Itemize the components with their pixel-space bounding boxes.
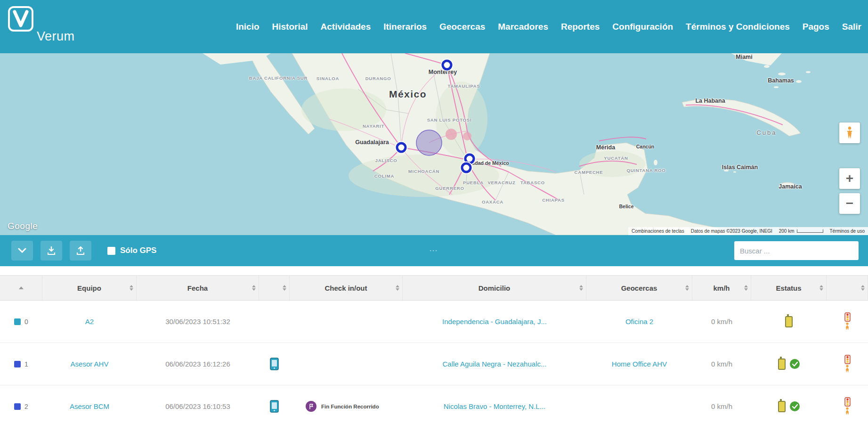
status-icons-cell <box>827 343 868 385</box>
google-logo: Google <box>8 221 38 231</box>
domicilio-link[interactable]: Independencia - Guadalajara, J... <box>442 318 547 326</box>
geocerca-link[interactable]: Oficina 2 <box>625 318 653 326</box>
download-icon <box>47 246 56 255</box>
battery-icon <box>778 401 786 412</box>
equipo-cell: Asesor BCM <box>42 385 137 424</box>
vehicle-marker[interactable] <box>442 60 453 71</box>
top-nav-bar: Verum Inicio Historial Actividades Itine… <box>0 0 868 53</box>
nav-item-itinerarios[interactable]: Itinerarios <box>383 22 427 32</box>
status-icons-cell <box>827 301 868 342</box>
map[interactable]: México Monterrey Guadalajara Ciudad de M… <box>0 53 868 235</box>
keyboard-shortcuts-link[interactable]: Combinaciones de teclas <box>628 227 688 235</box>
battery-icon <box>785 316 793 327</box>
connected-status-icon <box>790 401 800 411</box>
header-estatus[interactable]: Estatus <box>751 276 827 300</box>
pegman-icon <box>846 126 853 139</box>
brand-logo[interactable]: Verum <box>8 5 92 49</box>
sort-icon[interactable] <box>861 285 865 291</box>
equipo-cell: A2 <box>42 301 137 342</box>
nav-item-historial[interactable]: Historial <box>272 22 308 32</box>
header-select-column[interactable] <box>0 276 42 300</box>
kmh-cell: 0 km/h <box>692 301 751 342</box>
nav-item-reportes[interactable]: Reportes <box>561 22 600 32</box>
map-attribution: Combinaciones de teclas Datos de mapas ©… <box>628 227 868 235</box>
nav-item-salir[interactable]: Salir <box>842 22 861 32</box>
fecha-cell: 30/06/2023 10:51:32 <box>137 301 259 342</box>
battery-icon <box>778 359 786 370</box>
main-nav: Inicio Historial Actividades Itinerarios… <box>236 0 861 53</box>
traffic-light-icon <box>844 397 851 407</box>
estatus-cell <box>751 343 827 385</box>
header-fecha[interactable]: Fecha <box>137 276 259 300</box>
header-status-icons-column[interactable] <box>827 276 868 300</box>
header-device-column[interactable] <box>259 276 290 300</box>
tablet-device-icon[interactable] <box>270 400 279 413</box>
solo-gps-toggle[interactable]: Sólo GPS <box>107 246 156 255</box>
row-checkbox[interactable] <box>14 361 21 367</box>
nav-item-geocercas[interactable]: Geocercas <box>439 22 485 32</box>
sort-icon[interactable] <box>579 285 583 291</box>
collapse-button[interactable] <box>11 241 33 261</box>
brand-name: Verum <box>37 29 75 44</box>
nav-item-actividades[interactable]: Actividades <box>321 22 371 32</box>
row-select-cell: 1 <box>0 343 42 385</box>
list-toolbar: Sólo GPS ⋯ <box>0 235 868 266</box>
map-scale: 200 km <box>776 227 827 235</box>
kmh-cell: 0 km/h <box>692 385 751 424</box>
sort-icon[interactable] <box>130 285 133 291</box>
sort-icon[interactable] <box>685 285 689 291</box>
map-data-text: Datos de mapas ©2023 Google, INEGI <box>688 227 776 235</box>
header-kmh[interactable]: km/h <box>692 276 751 300</box>
tablet-device-icon[interactable] <box>270 358 279 370</box>
row-index: 0 <box>24 318 28 326</box>
driver-person-icon <box>844 407 851 416</box>
sort-icon[interactable] <box>744 285 748 291</box>
header-domicilio[interactable]: Domicilio <box>403 276 586 300</box>
vehicle-marker[interactable] <box>396 142 407 153</box>
pegman-control[interactable] <box>839 122 860 143</box>
vehicle-marker[interactable] <box>461 163 472 173</box>
nav-item-pagos[interactable]: Pagos <box>803 22 829 32</box>
header-equipo[interactable]: Equipo <box>42 276 137 300</box>
row-checkbox[interactable] <box>14 318 21 325</box>
zoom-in-button[interactable]: + <box>839 168 860 189</box>
row-index: 1 <box>24 360 28 368</box>
equipo-link[interactable]: A2 <box>85 318 94 326</box>
row-checkbox[interactable] <box>14 403 21 410</box>
sort-icon[interactable] <box>819 285 823 291</box>
terms-of-use-link[interactable]: Términos de uso <box>827 227 868 235</box>
connected-status-icon <box>790 359 800 369</box>
domicilio-link[interactable]: Nicolas Bravo - Monterrey, N.L... <box>444 402 545 410</box>
zoom-out-button[interactable]: − <box>839 193 860 214</box>
checkout-event-icon <box>306 401 316 412</box>
upload-icon <box>76 246 85 255</box>
header-check-in-out[interactable]: Check in/out <box>290 276 403 300</box>
domicilio-link[interactable]: Calle Aguila Negra - Nezahualc... <box>443 360 547 368</box>
estatus-cell <box>751 301 827 342</box>
download-button[interactable] <box>41 241 62 261</box>
search-input[interactable] <box>734 241 859 260</box>
nav-item-inicio[interactable]: Inicio <box>236 22 260 32</box>
equipo-link[interactable]: Asesor AHV <box>71 360 109 368</box>
device-cell <box>259 343 290 385</box>
drag-handle-dots[interactable]: ⋯ <box>429 245 439 256</box>
sort-icon[interactable] <box>252 285 256 291</box>
sort-icon[interactable] <box>283 285 286 291</box>
estatus-cell <box>751 385 827 424</box>
sort-icon[interactable] <box>396 285 399 291</box>
solo-gps-checkbox[interactable] <box>107 247 115 255</box>
nav-item-terminos[interactable]: Términos y Condiciones <box>686 22 790 32</box>
geocerca-link[interactable]: Home Office AHV <box>612 360 667 368</box>
upload-button[interactable] <box>70 241 91 261</box>
status-icons-cell <box>827 385 868 424</box>
nav-item-configuracion[interactable]: Configuración <box>612 22 673 32</box>
devices-table: Equipo Fecha Check in/out Domicilio Geoc… <box>0 275 868 424</box>
equipo-link[interactable]: Asesor BCM <box>70 402 109 410</box>
verum-logo-icon <box>8 6 34 32</box>
header-geocercas[interactable]: Geocercas <box>586 276 692 300</box>
check-in-out-cell <box>290 301 403 342</box>
table-row: 0 A2 30/06/2023 10:51:32 Independencia -… <box>0 301 868 343</box>
sort-asc-icon[interactable] <box>19 286 24 289</box>
nav-item-marcadores[interactable]: Marcadores <box>498 22 548 32</box>
solo-gps-label: Sólo GPS <box>120 246 156 255</box>
